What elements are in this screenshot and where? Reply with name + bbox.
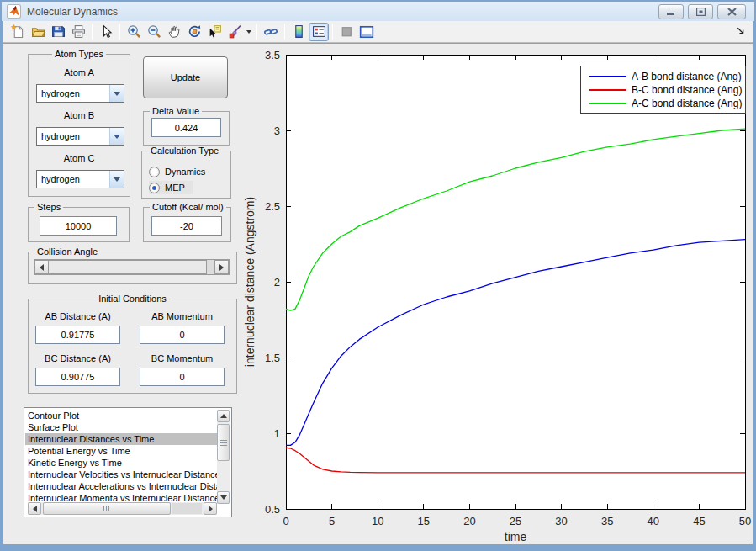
insert-colorbar-button[interactable] (288, 23, 309, 41)
atom-b-dropdown[interactable]: hydrogen (36, 127, 124, 146)
restore-button[interactable] (688, 4, 713, 19)
update-button[interactable]: Update (143, 56, 228, 98)
list-item[interactable]: Kinetic Energy vs Time (25, 457, 217, 469)
zoom-in-icon (127, 24, 141, 39)
atom-c-dropdown[interactable]: hydrogen (36, 170, 124, 188)
pan-button[interactable] (164, 23, 184, 41)
list-item[interactable]: Contour Plot (25, 410, 217, 421)
dock-arrow-icon (736, 26, 746, 36)
svg-text:2: 2 (274, 276, 280, 289)
atom-b-label: Atom B (28, 110, 130, 120)
new-figure-button[interactable] (8, 23, 28, 41)
arrow-left-icon (29, 506, 37, 512)
atom-a-dropdown[interactable]: hydrogen (36, 84, 124, 103)
arrow-down-icon (220, 495, 227, 503)
radio-selected-icon[interactable] (149, 183, 160, 193)
data-cursor-button[interactable] (204, 23, 225, 41)
arrow-left-icon (36, 264, 44, 271)
app-window: Molecular Dynamics (0, 0, 756, 551)
svg-text:40: 40 (648, 515, 659, 527)
bc-momentum-label: BC Momentum (140, 353, 225, 363)
svg-text:25: 25 (510, 515, 521, 527)
close-button[interactable] (717, 4, 746, 19)
scroll-right-button[interactable] (204, 502, 217, 515)
chevron-down-icon (114, 135, 120, 142)
plot-type-listbox[interactable]: Contour Plot Surface Plot Internuclear D… (24, 407, 232, 517)
svg-text:1.5: 1.5 (265, 352, 280, 364)
bc-distance-label: BC Distance (A) (35, 353, 120, 363)
plot-legend[interactable]: A-B bond distance (Ang) B-C bond distanc… (580, 66, 746, 114)
ab-distance-field[interactable]: 0.91775 (35, 326, 120, 344)
data-cursor-icon (208, 24, 222, 39)
zoom-in-button[interactable] (124, 23, 144, 41)
restore-icon (696, 8, 706, 16)
open-folder-icon (31, 24, 45, 39)
vertical-scroll-thumb[interactable] (217, 424, 230, 461)
atom-c-value: hydrogen (37, 171, 109, 188)
svg-text:20: 20 (463, 515, 475, 527)
close-icon (727, 8, 737, 16)
mep-radio-row[interactable]: MEP (149, 181, 193, 194)
toolbar-separator (119, 24, 120, 40)
insert-legend-button[interactable] (309, 23, 329, 41)
arrow-cursor-button[interactable] (96, 23, 116, 41)
bc-distance-field[interactable]: 0.90775 (35, 368, 120, 386)
scroll-up-button[interactable] (217, 410, 230, 422)
atom-c-dropdown-button[interactable] (109, 171, 124, 188)
link-plot-button[interactable] (261, 23, 281, 41)
horizontal-scrollbar[interactable] (28, 502, 217, 515)
hide-plot-tools-icon (340, 24, 354, 39)
horizontal-scroll-track[interactable] (172, 503, 202, 514)
rotate-3d-button[interactable] (184, 23, 204, 41)
minimize-button[interactable] (658, 4, 684, 19)
dock-figure-button[interactable] (736, 24, 746, 40)
vertical-scrollbar[interactable] (217, 410, 230, 504)
legend-entry: B-C bond distance (Ang) (581, 83, 745, 97)
dynamics-radio-label: Dynamics (165, 167, 205, 177)
save-figure-button[interactable] (48, 23, 68, 41)
scroll-left-button[interactable] (28, 502, 41, 515)
window-title: Molecular Dynamics (27, 6, 118, 18)
print-figure-button[interactable] (68, 23, 88, 41)
bc-momentum-field[interactable]: 0 (140, 368, 225, 386)
cutoff-field[interactable]: -20 (151, 216, 222, 236)
brush-data-button[interactable] (225, 23, 245, 41)
minimize-icon (667, 8, 675, 16)
delta-value-field[interactable]: 0.424 (151, 118, 221, 137)
ab-momentum-field[interactable]: 0 (140, 326, 225, 344)
ab-momentum-label: AB Momentum (140, 311, 225, 321)
horizontal-scroll-thumb[interactable] (43, 502, 171, 515)
slider-track[interactable] (207, 260, 214, 274)
steps-field[interactable]: 10000 (40, 216, 117, 236)
arrow-up-icon (220, 411, 227, 418)
radio-unselected-icon[interactable] (149, 167, 160, 177)
list-item-selected[interactable]: Internuclear Distances vs Time (25, 433, 217, 445)
brush-dropdown-button[interactable] (245, 23, 253, 41)
svg-text:0: 0 (283, 515, 288, 527)
slider-left-arrow[interactable] (34, 260, 49, 274)
svg-text:1: 1 (274, 427, 280, 440)
dynamics-radio-row[interactable]: Dynamics (149, 165, 205, 178)
plot-axes[interactable]: 051015202530354045500.511.522.533.5timei… (235, 46, 753, 551)
hide-plot-tools-button[interactable] (336, 23, 357, 41)
colorbar-icon (292, 24, 306, 39)
open-file-button[interactable] (28, 23, 48, 41)
atom-types-title: Atom Types (52, 49, 106, 60)
show-plot-tools-dock-button[interactable] (357, 23, 377, 41)
legend-line-red (589, 89, 626, 91)
slider-thumb[interactable] (49, 260, 207, 274)
save-icon (51, 24, 66, 39)
collision-angle-slider[interactable] (34, 259, 230, 275)
list-item[interactable]: Internuclear Velocities vs Internuclear … (25, 469, 217, 480)
atom-a-dropdown-button[interactable] (109, 85, 124, 102)
list-item[interactable]: Surface Plot (25, 421, 217, 433)
atom-b-dropdown-button[interactable] (109, 128, 124, 145)
svg-text:15: 15 (418, 515, 430, 527)
zoom-out-button[interactable] (144, 23, 164, 41)
slider-right-arrow[interactable] (214, 260, 229, 274)
mep-radio-label: MEP (165, 183, 185, 193)
scroll-down-button[interactable] (217, 491, 230, 504)
delta-value-title: Delta Value (150, 106, 202, 117)
list-item[interactable]: Internuclear Accelerations vs Internucle… (25, 480, 217, 492)
list-item[interactable]: Potential Energy vs Time (25, 445, 217, 457)
